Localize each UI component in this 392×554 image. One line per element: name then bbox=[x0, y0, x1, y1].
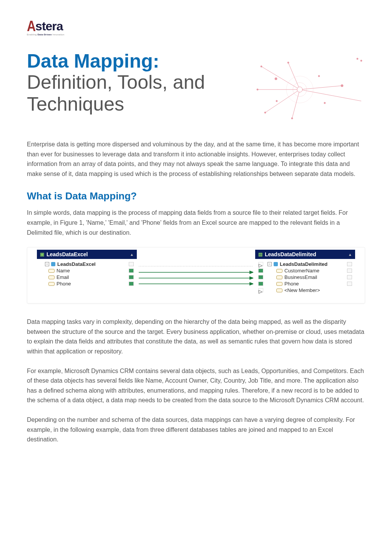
logo-glyph-icon: A bbox=[27, 18, 35, 35]
page-title-strong: Data Mapping: bbox=[27, 51, 231, 71]
body-paragraph: Data mapping tasks vary in complexity, d… bbox=[27, 317, 365, 356]
input-port-icon bbox=[258, 269, 263, 273]
target-field-label: Phone bbox=[284, 281, 299, 287]
section-heading-what-is: What is Data Mapping? bbox=[27, 190, 365, 202]
delimited-file-icon: ▤ bbox=[258, 252, 262, 257]
target-group-label: LeadsDataDelimited bbox=[280, 261, 327, 267]
svg-point-5 bbox=[264, 112, 266, 113]
source-group-label: LeadsDataExcel bbox=[57, 261, 96, 267]
body-paragraph: Depending on the number and schema of th… bbox=[27, 415, 365, 445]
output-port-icon bbox=[347, 282, 352, 286]
logo-tagline-bold: Data-Driven bbox=[38, 33, 52, 36]
field-icon bbox=[276, 289, 282, 292]
field-icon bbox=[48, 269, 55, 273]
logo-tagline: Enabling Data-Driven Innovation bbox=[27, 33, 365, 36]
target-field-row: BusinessEmail bbox=[255, 274, 355, 280]
svg-point-19 bbox=[297, 87, 302, 92]
svg-point-16 bbox=[324, 102, 326, 104]
source-group-row: − LeadsDataExcel bbox=[37, 261, 137, 267]
source-field-row: Email bbox=[37, 274, 137, 280]
output-port-icon bbox=[129, 262, 134, 266]
target-field-label: CustomerName bbox=[284, 268, 319, 274]
group-icon bbox=[51, 262, 55, 266]
source-field-label: Phone bbox=[56, 281, 71, 287]
source-entity-box: ▣ LeadsDataExcel ▲ − LeadsDataExcel Name… bbox=[37, 250, 137, 295]
svg-point-9 bbox=[291, 118, 293, 119]
svg-line-10 bbox=[300, 86, 342, 90]
svg-line-0 bbox=[261, 66, 300, 90]
collapse-up-icon: ▲ bbox=[130, 252, 134, 257]
output-port-icon bbox=[347, 275, 352, 279]
svg-point-1 bbox=[261, 66, 262, 67]
svg-point-7 bbox=[287, 62, 289, 63]
output-port-icon bbox=[129, 269, 134, 273]
field-icon bbox=[276, 282, 282, 286]
target-field-label: BusinessEmail bbox=[284, 274, 317, 280]
target-group-row: ▷ − LeadsDataDelimited bbox=[255, 261, 355, 267]
target-title: LeadsDataDelimited bbox=[265, 251, 316, 257]
output-port-icon bbox=[129, 282, 134, 286]
group-icon bbox=[274, 262, 278, 266]
mapping-diagram-figure: ▣ LeadsDataExcel ▲ − LeadsDataExcel Name… bbox=[27, 247, 365, 304]
logo-tagline-post: Innovation bbox=[52, 33, 65, 36]
field-icon bbox=[48, 282, 55, 286]
excel-icon: ▣ bbox=[40, 252, 44, 257]
svg-point-13 bbox=[275, 78, 277, 80]
section1-paragraph: In simple words, data mapping is the pro… bbox=[27, 208, 365, 237]
svg-point-14 bbox=[276, 100, 277, 102]
field-icon bbox=[48, 275, 55, 279]
field-icon bbox=[276, 269, 282, 273]
svg-point-17 bbox=[357, 58, 358, 60]
collapse-up-icon: ▲ bbox=[348, 252, 352, 257]
source-field-label: Name bbox=[56, 268, 70, 274]
input-port-icon bbox=[258, 275, 263, 279]
input-port-icon: ▷ bbox=[258, 262, 263, 266]
target-field-row: Phone bbox=[255, 280, 355, 287]
logo-text: stera bbox=[35, 19, 63, 33]
source-field-row: Phone bbox=[37, 280, 137, 287]
input-port-icon bbox=[258, 282, 263, 286]
target-entity-box: ▤ LeadsDataDelimited ▲ ▷ − LeadsDataDeli… bbox=[255, 250, 355, 295]
output-port-icon bbox=[129, 275, 134, 279]
field-icon bbox=[276, 275, 282, 279]
target-field-row: CustomerName bbox=[255, 267, 355, 274]
svg-point-18 bbox=[360, 60, 362, 61]
hero-decorative-graphic bbox=[242, 51, 365, 128]
target-header: ▤ LeadsDataDelimited ▲ bbox=[255, 250, 355, 259]
intro-paragraph: Enterprise data is getting more disperse… bbox=[27, 139, 365, 179]
output-port-icon bbox=[347, 269, 352, 273]
hero-section: Data Mapping: Definition, Tools, and Tec… bbox=[27, 51, 365, 128]
source-title: LeadsDataExcel bbox=[47, 251, 88, 257]
mapping-connectors bbox=[139, 263, 253, 297]
output-port-icon bbox=[347, 262, 352, 266]
svg-point-15 bbox=[318, 75, 320, 77]
target-field-label: <New Member> bbox=[284, 287, 320, 293]
source-header: ▣ LeadsDataExcel ▲ bbox=[37, 250, 137, 259]
body-paragraph: For example, Microsoft Dynamics CRM cont… bbox=[27, 366, 365, 405]
brand-logo: Astera Enabling Data-Driven Innovation bbox=[27, 19, 365, 36]
source-field-label: Email bbox=[56, 274, 69, 280]
page-title-rest: Definition, Tools, and Techniques bbox=[27, 71, 231, 116]
source-field-row: Name bbox=[37, 267, 137, 274]
svg-point-11 bbox=[341, 85, 343, 87]
svg-point-3 bbox=[257, 89, 258, 90]
tree-collapse-icon: − bbox=[267, 262, 272, 266]
input-port-icon: ▷ bbox=[258, 288, 263, 292]
target-field-row: ▷ <New Member> bbox=[255, 287, 355, 294]
tree-collapse-icon: − bbox=[45, 262, 49, 266]
